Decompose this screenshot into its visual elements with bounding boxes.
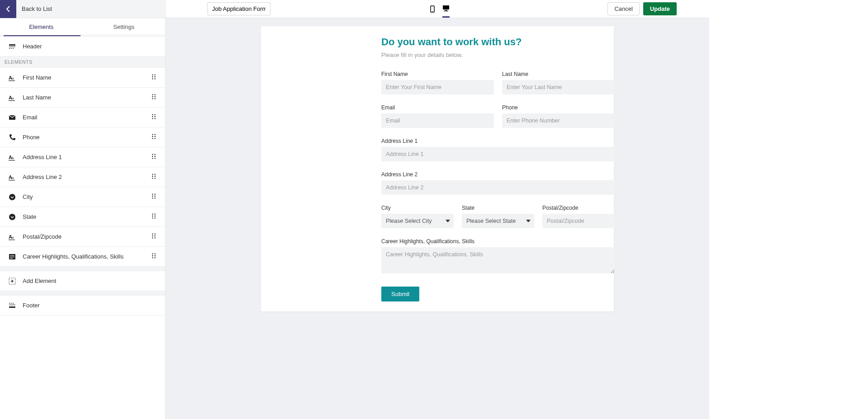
- form-name-input[interactable]: [207, 2, 270, 15]
- svg-point-57: [154, 196, 155, 197]
- sidebar-element-row[interactable]: AaAddress Line 2: [0, 167, 165, 187]
- svg-point-70: [152, 233, 153, 234]
- svg-point-62: [154, 213, 155, 214]
- sidebar-element-row[interactable]: Phone: [0, 127, 165, 147]
- sidebar-element-label: Address Line 1: [23, 154, 152, 160]
- sidebar-element-row[interactable]: AaPostal/Zipcode: [0, 227, 165, 247]
- svg-point-81: [154, 253, 155, 254]
- label-city: City: [381, 205, 454, 211]
- email-icon: [8, 113, 16, 122]
- add-element-button[interactable]: Add Element: [0, 271, 165, 291]
- input-last-name[interactable]: [502, 80, 615, 94]
- svg-point-22: [154, 98, 155, 99]
- drag-handle-icon[interactable]: [152, 74, 157, 81]
- sidebar-element-label: Last Name: [23, 94, 152, 101]
- svg-point-91: [13, 303, 14, 304]
- drag-handle-icon[interactable]: [152, 213, 157, 221]
- tab-underline: [4, 35, 81, 36]
- drag-handle-icon[interactable]: [152, 153, 157, 161]
- sidebar-element-row[interactable]: AaAddress Line 1: [0, 147, 165, 167]
- select-state[interactable]: Please Select State: [462, 214, 534, 228]
- svg-point-34: [154, 138, 155, 139]
- svg-point-54: [152, 193, 153, 194]
- svg-point-60: [9, 214, 15, 220]
- sidebar-element-row[interactable]: State: [0, 207, 165, 227]
- drag-handle-icon[interactable]: [152, 173, 157, 181]
- textarea-career[interactable]: [381, 247, 615, 273]
- sidebar-item-footer[interactable]: Footer: [0, 296, 165, 315]
- device-mobile[interactable]: [429, 0, 436, 18]
- tab-settings[interactable]: Settings: [83, 18, 166, 35]
- svg-point-83: [154, 255, 155, 256]
- phone-icon: [8, 133, 16, 141]
- svg-rect-79: [10, 258, 13, 259]
- svg-point-28: [154, 118, 155, 119]
- sidebar-element-row[interactable]: City: [0, 187, 165, 207]
- sidebar: Back to List Elements Settings Header EL…: [0, 0, 166, 419]
- svg-rect-96: [444, 11, 448, 11]
- input-first-name[interactable]: [381, 80, 494, 94]
- sidebar-element-label: Email: [23, 114, 152, 121]
- drag-handle-icon[interactable]: [152, 253, 157, 260]
- drag-handle-icon[interactable]: [152, 94, 157, 101]
- label-last-name: Last Name: [502, 71, 615, 77]
- svg-point-21: [152, 98, 153, 99]
- update-button[interactable]: Update: [643, 2, 677, 15]
- svg-point-31: [152, 136, 153, 137]
- sidebar-item-header[interactable]: Header: [0, 37, 165, 56]
- svg-point-53: [9, 194, 15, 200]
- svg-point-33: [152, 138, 153, 139]
- form-title: Do you want to work with us?: [381, 36, 615, 48]
- svg-rect-87: [9, 306, 15, 308]
- input-email[interactable]: [381, 113, 494, 128]
- textarea-icon: [8, 253, 16, 261]
- svg-point-2: [9, 48, 10, 49]
- tab-elements[interactable]: Elements: [0, 18, 83, 35]
- svg-rect-1: [9, 47, 15, 47]
- text-icon: Aa: [8, 173, 16, 181]
- label-email: Email: [381, 104, 494, 111]
- svg-point-65: [152, 217, 153, 218]
- input-phone[interactable]: [502, 113, 615, 128]
- svg-point-25: [152, 116, 153, 117]
- input-postal[interactable]: [542, 214, 615, 228]
- svg-point-64: [154, 216, 155, 217]
- label-first-name: First Name: [381, 71, 494, 77]
- sidebar-element-row[interactable]: Career Highlights, Qualifications, Skill…: [0, 247, 165, 267]
- sidebar-element-row[interactable]: AaLast Name: [0, 88, 165, 108]
- device-desktop[interactable]: [442, 0, 450, 18]
- sidebar-element-label: Phone: [23, 134, 152, 141]
- drag-handle-icon[interactable]: [152, 193, 157, 201]
- input-address2[interactable]: [381, 180, 615, 195]
- sidebar-element-row[interactable]: Email: [0, 108, 165, 127]
- add-icon: [8, 277, 16, 285]
- svg-point-63: [152, 216, 153, 217]
- svg-rect-77: [10, 255, 14, 256]
- text-icon: Aa: [8, 74, 16, 82]
- svg-point-55: [154, 193, 155, 194]
- cancel-button[interactable]: Cancel: [607, 2, 639, 15]
- back-button[interactable]: [0, 0, 16, 18]
- svg-point-27: [152, 118, 153, 119]
- svg-point-72: [152, 235, 153, 236]
- sidebar-item-label: Footer: [23, 302, 157, 309]
- sidebar-element-label: First Name: [23, 74, 152, 81]
- drag-handle-icon[interactable]: [152, 233, 157, 240]
- input-address1[interactable]: [381, 147, 615, 161]
- drag-handle-icon[interactable]: [152, 113, 157, 121]
- sidebar-element-row[interactable]: AaFirst Name: [0, 68, 165, 88]
- svg-point-23: [152, 114, 153, 115]
- svg-point-93: [432, 11, 433, 12]
- svg-rect-0: [9, 44, 15, 46]
- svg-point-58: [152, 198, 153, 198]
- label-address1: Address Line 1: [381, 138, 615, 144]
- svg-point-71: [154, 233, 155, 234]
- select-city[interactable]: Please Select City: [381, 214, 454, 228]
- drag-handle-icon[interactable]: [152, 133, 157, 141]
- dropdown-icon: [8, 193, 16, 201]
- back-label: Back to List: [16, 5, 52, 12]
- spacer: [0, 267, 165, 271]
- submit-button[interactable]: Submit: [381, 287, 419, 301]
- svg-point-80: [152, 253, 153, 254]
- canvas-scroll[interactable]: Do you want to work with us? Please fill…: [166, 18, 709, 419]
